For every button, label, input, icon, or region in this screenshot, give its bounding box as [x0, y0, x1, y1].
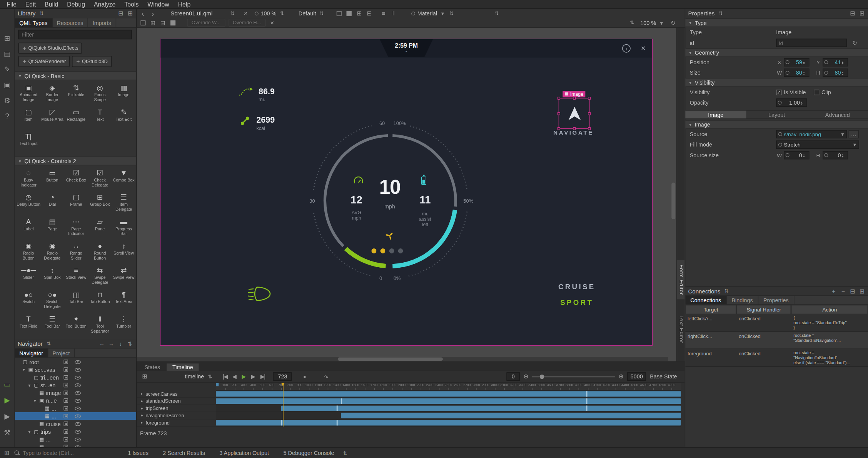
pane-selector-icon[interactable]: [342, 449, 349, 457]
visibility-section-header[interactable]: Visibility: [685, 78, 868, 87]
properties-tab[interactable]: Image: [685, 111, 746, 118]
canvas-zoom-combo[interactable]: 100 %: [638, 19, 667, 27]
document-selector-icon[interactable]: [229, 9, 235, 17]
export-toggle-icon[interactable]: [63, 414, 68, 418]
library-component[interactable]: ⊞ Group Box: [88, 192, 112, 215]
timeline-selector[interactable]: timeline: [185, 373, 214, 380]
tool-icon[interactable]: [346, 9, 352, 17]
reset-view-icon[interactable]: [670, 19, 676, 27]
resize-handle[interactable]: [573, 97, 576, 100]
action-indicator-icon[interactable]: [824, 71, 828, 75]
visibility-eye-icon[interactable]: [75, 437, 81, 441]
visibility-eye-icon[interactable]: [75, 422, 81, 426]
panel-selector-icon[interactable]: [723, 287, 730, 295]
spinner-arrows-icon[interactable]: [842, 70, 846, 75]
snap-bounds-icon[interactable]: [159, 19, 166, 27]
library-component[interactable]: ✦ Tool Button: [64, 313, 88, 337]
library-component[interactable]: ◉ Radio Delegate: [40, 240, 64, 264]
id-action-icon[interactable]: [851, 39, 858, 47]
visibility-eye-icon[interactable]: [75, 375, 81, 379]
output-pane-button[interactable]: 2 Search Results: [163, 450, 205, 456]
library-component[interactable]: ─●─ Slider: [17, 265, 40, 288]
navigator-item[interactable]: ▢ tri...een: [15, 373, 136, 381]
export-toggle-icon[interactable]: [63, 421, 68, 426]
clear-override-icon[interactable]: [269, 19, 275, 27]
navigator-item[interactable]: ▢ root: [15, 358, 136, 366]
curve-editor-icon[interactable]: [323, 373, 329, 380]
resize-handle[interactable]: [558, 112, 560, 115]
nav-forward-icon[interactable]: [149, 9, 156, 17]
export-icon[interactable]: [140, 19, 146, 27]
record-icon[interactable]: [301, 373, 308, 380]
range-start-input[interactable]: 0: [507, 372, 520, 381]
import-module-button[interactable]: Qt.SafeRenderer: [18, 56, 70, 67]
override-height-input[interactable]: Override H...: [229, 19, 265, 27]
style-combo[interactable]: Default: [296, 9, 327, 17]
keyframe-marker[interactable]: [337, 406, 338, 411]
library-component[interactable]: A Label: [17, 216, 40, 240]
remove-connection-icon[interactable]: [840, 287, 846, 295]
section-header[interactable]: Qt Quick - Controls 2: [15, 157, 136, 165]
resize-handle[interactable]: [558, 97, 560, 100]
range-end-input[interactable]: 5000: [627, 372, 646, 381]
source-height-spinbox[interactable]: 0: [823, 151, 848, 160]
connections-column-header[interactable]: Signal Handler: [736, 305, 791, 314]
library-component[interactable]: ▭ Rectangle: [64, 106, 88, 130]
library-component[interactable]: T| Text Input: [17, 131, 40, 155]
visibility-eye-icon[interactable]: [75, 399, 81, 403]
timeline-track-label[interactable]: navigationScreen: [137, 412, 216, 420]
export-toggle-icon[interactable]: [63, 437, 68, 442]
mode-projects[interactable]: ⚙: [0, 93, 14, 107]
library-component[interactable]: ●○ Switch: [17, 289, 40, 313]
navigator-tab[interactable]: Project: [48, 348, 75, 357]
panel-selector-icon[interactable]: [45, 340, 52, 347]
expander-icon[interactable]: ▾: [28, 383, 33, 388]
library-component[interactable]: ▦ Image: [112, 82, 136, 106]
horizontal-scrollbar[interactable]: [137, 357, 668, 361]
timeline-bar[interactable]: [216, 398, 681, 404]
connection-row[interactable]: foreground onClicked root.state ="Naviga…: [685, 349, 868, 367]
properties-tab[interactable]: Layout: [746, 111, 807, 118]
library-component[interactable]: ▢ Item: [17, 106, 40, 130]
expander-icon[interactable]: [140, 420, 144, 425]
is-visible-checkbox[interactable]: [776, 89, 781, 95]
timeline-panel-tab[interactable]: States: [139, 363, 166, 371]
override-width-input[interactable]: Override W...: [187, 19, 225, 27]
library-component[interactable]: ↕ Scroll View: [112, 240, 136, 264]
library-component[interactable]: ◈ Border Image: [40, 82, 64, 106]
outline-icon[interactable]: [169, 19, 176, 27]
close-document-icon[interactable]: [242, 9, 249, 17]
menu-item[interactable]: Tools: [120, 1, 143, 7]
library-component[interactable]: ▤ Page: [40, 216, 64, 240]
keyframe-marker[interactable]: [586, 391, 587, 396]
open-document-tab[interactable]: Screen01.ui.qml: [167, 9, 239, 17]
workspace-zoom-combo[interactable]: 100 %: [252, 9, 287, 17]
keyframe-marker[interactable]: [341, 398, 342, 404]
library-tab[interactable]: QML Types: [15, 18, 52, 27]
action-indicator-icon[interactable]: [824, 153, 828, 157]
library-component[interactable]: ☑ Check Delegate: [88, 167, 112, 191]
to-start-button[interactable]: [222, 373, 228, 380]
keyframe-marker[interactable]: [586, 406, 587, 411]
library-component[interactable]: ▭ Button: [40, 167, 64, 191]
navigator-item[interactable]: ▦ ...: [15, 443, 136, 447]
mode-help[interactable]: ?: [0, 108, 14, 123]
action-indicator-icon[interactable]: [786, 60, 790, 64]
geometry-section-header[interactable]: Geometry: [685, 48, 868, 57]
info-icon[interactable]: i: [622, 44, 631, 53]
action-indicator-icon[interactable]: [778, 143, 782, 147]
layout-rows-icon[interactable]: [366, 9, 372, 17]
locate-input[interactable]: Type to locate (Ctrl...: [23, 450, 95, 456]
navigator-item[interactable]: ▾ ▢ st...en: [15, 381, 136, 389]
timeline-settings-icon[interactable]: [141, 373, 148, 380]
clip-checkbox[interactable]: [814, 89, 819, 95]
navigator-tab[interactable]: Navigator: [15, 348, 48, 357]
output-panes-icon[interactable]: [3, 449, 10, 457]
library-component[interactable]: ● Round Button: [88, 240, 112, 264]
navigator-item[interactable]: ▦ ...: [15, 412, 136, 420]
library-tab[interactable]: Resources: [52, 18, 88, 27]
spinner-arrows-icon[interactable]: [842, 60, 846, 65]
library-component[interactable]: ☑ Check Box: [64, 167, 88, 191]
resize-handle[interactable]: [588, 112, 591, 115]
timeline-bar[interactable]: [216, 420, 681, 425]
